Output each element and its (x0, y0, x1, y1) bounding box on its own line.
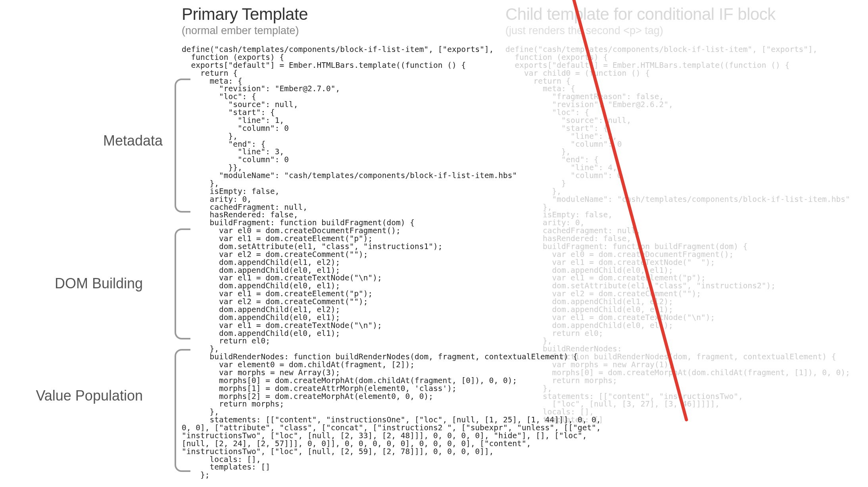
metadata-label: Metadata (20, 132, 163, 149)
dom-building-brace (175, 228, 190, 339)
child-template-subtitle: (just renders the second <p> tag) (505, 25, 862, 37)
dom-building-label: DOM Building (0, 275, 143, 292)
value-population-brace (175, 349, 190, 472)
metadata-brace (175, 79, 190, 213)
child-template-title: Child template for conditional IF block (505, 5, 862, 24)
value-population-label: Value Population (0, 387, 143, 404)
child-template-column: Child template for conditional IF block … (505, 5, 862, 424)
child-template-code: define("cash/templates/components/block-… (505, 46, 862, 424)
